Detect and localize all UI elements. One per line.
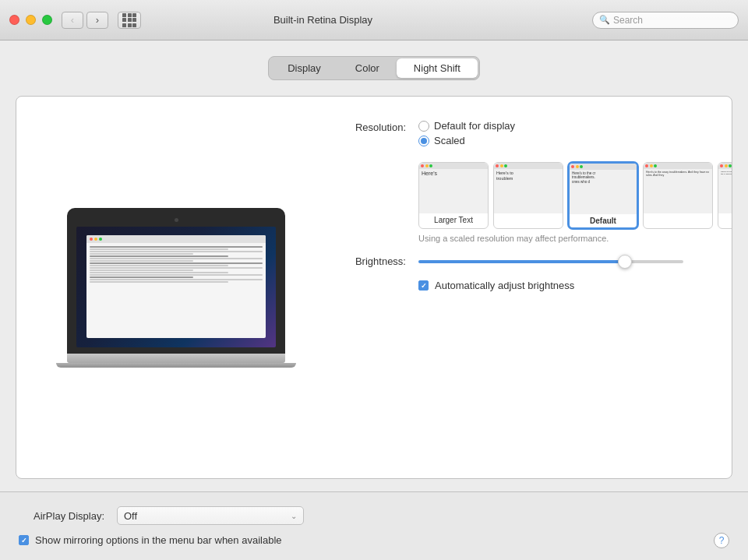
airplay-label: AirPlay Display: (19, 510, 104, 522)
scale-preview-bar-1 (419, 163, 488, 169)
radio-inner-scaled (421, 138, 427, 144)
scale-preview-content-1: Here's (419, 169, 488, 213)
scale-preview-4: Here's to the crazy troublemakers. And t… (644, 163, 712, 213)
scale-label-4 (644, 213, 712, 218)
resolution-options: Default for display Scaled (418, 120, 515, 146)
radio-scaled[interactable]: Scaled (418, 135, 515, 146)
scale-label-1: Larger Text (419, 213, 488, 227)
scale-preview-text-3: Here's to the crtroublemakers.ones who d (572, 171, 634, 184)
scale-preview-content-5: Here's to the crazy ones who see t can q… (718, 169, 732, 213)
scale-option-3[interactable]: Here's to the crtroublemakers.ones who d… (568, 162, 638, 229)
auto-brightness-checkbox[interactable]: ✓ (418, 280, 429, 291)
scale-label-2 (494, 213, 563, 218)
scale-preview-5: Here's to the crazy ones who see t can q… (718, 163, 732, 213)
search-icon: 🔍 (599, 15, 610, 25)
radio-circle-default (418, 121, 429, 132)
search-box[interactable]: 🔍 Search (592, 12, 739, 29)
scale-option-5[interactable]: Here's to the crazy ones who see t can q… (718, 162, 732, 229)
tabs: Display Color Night Shift (268, 56, 480, 80)
settings-panel: Resolution: Default for display Scaled (16, 96, 732, 479)
brightness-slider-container[interactable] (418, 260, 683, 263)
scale-preview-bar-3 (570, 164, 637, 170)
bottom-bar: AirPlay Display: Off ⌄ ✓ Show mirroring … (0, 491, 748, 560)
main-content: Display Color Night Shift (0, 41, 748, 491)
brightness-thumb[interactable] (618, 255, 632, 269)
airplay-row: AirPlay Display: Off ⌄ (19, 506, 729, 525)
scale-preview-3: Here's to the crtroublemakers.ones who d (570, 164, 637, 214)
scale-option-4[interactable]: Here's to the crazy troublemakers. And t… (643, 162, 713, 229)
radio-default[interactable]: Default for display (418, 120, 515, 132)
window-title: Built-in Retina Display (54, 14, 592, 26)
brightness-label: Brightness: (336, 255, 406, 267)
airplay-value: Off (124, 510, 137, 522)
scale-preview-content-2: Here's totroublem (494, 169, 563, 213)
tab-night-shift[interactable]: Night Shift (397, 58, 478, 78)
macbook-screen-outer (67, 208, 285, 354)
radio-circle-scaled (418, 136, 429, 146)
macbook-screen-content (76, 227, 276, 347)
scale-preview-1: Here's (419, 163, 488, 213)
airplay-select[interactable]: Off ⌄ (117, 506, 304, 525)
scale-preview-content-3: Here's to the crtroublemakers.ones who d (570, 170, 637, 214)
scale-option-2[interactable]: Here's totroublem (493, 162, 563, 229)
mirror-checkmark-icon: ✓ (21, 537, 27, 544)
scale-preview-text-5: Here's to the crazy ones who see t can q… (721, 171, 732, 175)
mirror-row: ✓ Show mirroring options in the menu bar… (19, 534, 729, 546)
scale-options: Here's Larger Text (418, 162, 732, 229)
search-input[interactable]: Search (613, 15, 732, 26)
scale-preview-bar-2 (494, 163, 563, 169)
radio-default-label: Default for display (434, 120, 515, 132)
mini-content (86, 243, 266, 287)
auto-brightness-row: ✓ Automatically adjust brightness (418, 280, 732, 291)
macbook-screen (76, 227, 276, 347)
macbook-base (67, 354, 285, 363)
help-button[interactable]: ? (714, 533, 729, 548)
scale-preview-text-4: Here's to the crazy troublemakers. And t… (646, 171, 710, 177)
tabs-container: Display Color Night Shift (16, 56, 732, 80)
macbook-image (67, 208, 285, 368)
macbook-foot (56, 363, 296, 368)
scale-preview-bar-5 (718, 163, 732, 169)
mini-browser-bar (86, 235, 266, 243)
mirror-checkbox[interactable]: ✓ (19, 535, 29, 545)
chevron-down-icon: ⌄ (291, 512, 297, 520)
scale-option-1[interactable]: Here's Larger Text (418, 162, 489, 229)
scale-preview-bar-4 (644, 163, 712, 169)
scale-label-3: Default (570, 214, 637, 227)
checkmark-icon: ✓ (421, 282, 427, 290)
scale-preview-text-2: Here's totroublem (496, 171, 560, 181)
scale-preview-2: Here's totroublem (494, 163, 563, 213)
brightness-track (418, 260, 683, 263)
mini-browser (86, 235, 266, 338)
scale-options-container: Here's Larger Text (418, 159, 732, 243)
macbook-camera (175, 218, 178, 222)
auto-brightness-label: Automatically adjust brightness (435, 280, 574, 291)
tab-color[interactable]: Color (338, 58, 397, 78)
macbook-bezel-top (76, 217, 276, 224)
resolution-label: Resolution: (336, 122, 406, 133)
scale-preview-text-1: Here's (422, 171, 485, 177)
scale-note: Using a scaled resolution may affect per… (418, 234, 732, 243)
macbook-area (40, 120, 312, 455)
mirror-label: Show mirroring options in the menu bar w… (35, 534, 282, 546)
resolution-row: Resolution: Default for display Scaled (336, 120, 732, 146)
maximize-button[interactable] (42, 15, 52, 25)
settings-area: Resolution: Default for display Scaled (336, 120, 732, 455)
titlebar: ‹ › Built-in Retina Display 🔍 Search (0, 0, 748, 41)
scale-label-5: More Space (718, 213, 732, 227)
scale-preview-content-4: Here's to the crazy troublemakers. And t… (644, 169, 712, 213)
window-controls (9, 15, 52, 25)
minimize-button[interactable] (26, 15, 36, 25)
close-button[interactable] (9, 15, 19, 25)
tab-display[interactable]: Display (270, 58, 338, 78)
radio-scaled-label: Scaled (434, 135, 465, 146)
brightness-row: Brightness: (336, 255, 732, 267)
